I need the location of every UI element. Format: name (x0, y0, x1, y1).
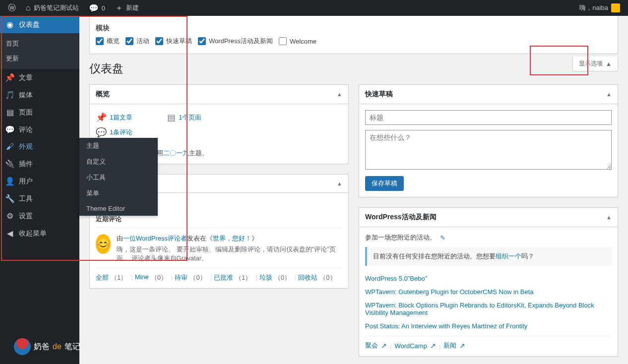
page-title: 仪表盘 (89, 61, 618, 76)
screen-options-heading: 模块 (96, 24, 612, 33)
screen-options-toggle-wrap: 显示选项▲ (572, 57, 618, 71)
submenu-home[interactable]: 首页 (0, 36, 79, 51)
chk-welcome[interactable]: Welcome (279, 37, 316, 46)
submenu-updates[interactable]: 更新 (0, 51, 79, 66)
main-content: 模块 概览 活动 快速草稿 WordPress活动及新闻 Welcome 显示选… (79, 16, 628, 364)
chk-news[interactable]: WordPress活动及新闻 (198, 37, 273, 46)
glance-posts[interactable]: 1篇文章 (110, 113, 132, 122)
organize-link[interactable]: 组织一个 (496, 252, 521, 260)
menu-appearance[interactable]: 🖌外观 (0, 138, 79, 155)
postbox-quickdraft: 快速草稿 ▲ 保存草稿 (359, 84, 618, 197)
external-icon: ↗ (430, 342, 436, 350)
chk-quickdraft[interactable]: 快速草稿 (155, 37, 192, 46)
menu-tools[interactable]: 🔧工具 (0, 190, 79, 207)
comment-filters: 全部（1）| Mine（0）| 待审（0）| 已批准（1）| 垃圾（0）| 回收… (96, 268, 342, 282)
chk-news-input[interactable] (198, 37, 206, 45)
dashboard-icon: ◉ (5, 20, 15, 29)
glance-comments[interactable]: 1条评论 (110, 128, 132, 137)
collapse-menu[interactable]: ◀收起菜单 (0, 225, 79, 242)
comment-content: 由一位WordPress评论者发表在《世界，您好！》 嗨，这是一条评论。 要开始… (117, 234, 342, 263)
filter-trash[interactable]: 回收站 (298, 273, 317, 282)
news-body: 参加一场您附近的活动。 ✎ 目前没有任何安排在您附近的活动。您想要组织一个吗？ … (359, 227, 618, 356)
chk-activity-input[interactable] (126, 37, 133, 45)
menu-settings[interactable]: ⚙设置 (0, 207, 79, 225)
theme-link[interactable]: 二〇一九 (163, 149, 189, 157)
flyout-widgets[interactable]: 小工具 (79, 170, 158, 185)
news-header: WordPress活动及新闻 ▲ (359, 208, 618, 227)
column-left: 概览 ▲ 📌1篇文章 💬1条评论 ▤1个页面 WordPress 5.1.1，使… (89, 84, 349, 357)
flyout-themes[interactable]: 主题 (79, 138, 158, 154)
home-icon: ⌂ (26, 3, 31, 12)
watermark: 奶爸de笔记 (14, 338, 80, 355)
external-icon: ↗ (459, 342, 465, 350)
glance-header: 概览 ▲ (90, 85, 348, 104)
column-right: 快速草稿 ▲ 保存草稿 WordPress活动及新闻 ▲ 参加一场您附近的活动 (359, 84, 618, 357)
news-item[interactable]: Post Status: An Interview with Reyes Mar… (365, 322, 612, 330)
draft-title-input[interactable] (365, 110, 612, 125)
news-item[interactable]: WordPress 5.0"Bebo" (365, 275, 612, 282)
chk-overview[interactable]: 概览 (96, 37, 120, 46)
chk-welcome-input[interactable] (279, 37, 287, 45)
news-title: WordPress活动及新闻 (365, 213, 437, 222)
quickdraft-toggle[interactable]: ▲ (606, 91, 612, 97)
wp-logo[interactable]: ⓦ (4, 0, 20, 16)
pages-icon: ▤ (167, 112, 176, 123)
brush-icon: 🖌 (5, 142, 15, 151)
activity-toggle[interactable]: ▲ (337, 181, 342, 186)
quickdraft-body: 保存草稿 (359, 104, 618, 197)
chk-activity[interactable]: 活动 (126, 37, 149, 46)
comment-post-link[interactable]: 世界，您好！ (213, 235, 251, 242)
events-noresult: 目前没有任何安排在您附近的活动。您想要组织一个吗？ (365, 247, 612, 266)
external-icon: ↗ (381, 342, 387, 350)
flyout-menus[interactable]: 菜单 (79, 185, 158, 201)
glance-toggle[interactable]: ▲ (337, 91, 342, 97)
slider-icon: ⚙ (5, 211, 15, 221)
menu-dashboard[interactable]: ◉仪表盘 (0, 16, 79, 33)
pencil-icon[interactable]: ✎ (440, 234, 445, 242)
menu-posts[interactable]: 📌文章 (0, 69, 79, 86)
footer-wordcamp[interactable]: WordCamp (394, 342, 427, 350)
flyout-editor[interactable]: Theme Editor (79, 201, 158, 216)
save-draft-button[interactable]: 保存草稿 (365, 176, 404, 191)
flyout-customize[interactable]: 自定义 (79, 154, 158, 170)
news-item[interactable]: WPTavern: Gutenberg Plugin for OctoberCM… (365, 288, 612, 296)
comment-body: 嗨，这是一条评论。 要开始审核、编辑及删除评论，请访问仪表盘的"评论"页面。 评… (117, 245, 342, 263)
pin-icon: 📌 (5, 73, 15, 82)
filter-all[interactable]: 全部 (96, 273, 109, 282)
news-item[interactable]: WPTavern: Block Options Plugin Rebrands … (365, 302, 612, 316)
footer-meetups[interactable]: 聚会 (365, 341, 378, 350)
comments-link[interactable]: 💬0 (85, 0, 109, 16)
comments-count: 0 (102, 4, 105, 12)
filter-pending[interactable]: 待审 (175, 273, 188, 282)
menu-comments[interactable]: 💬评论 (0, 121, 79, 138)
footer-news[interactable]: 新闻 (443, 341, 456, 350)
events-row: 参加一场您附近的活动。 ✎ (365, 233, 612, 247)
screen-options-checks: 概览 活动 快速草稿 WordPress活动及新闻 Welcome (96, 37, 612, 46)
admin-bar-left: ⓦ ⌂奶爸笔记测试站 💬0 ＋新建 (4, 0, 143, 16)
site-name-link[interactable]: ⌂奶爸笔记测试站 (22, 0, 83, 16)
submenu-dashboard: 首页 更新 (0, 33, 79, 69)
flyout-appearance: 主题 自定义 小工具 菜单 Theme Editor (79, 138, 158, 216)
filter-spam[interactable]: 垃圾 (259, 273, 272, 282)
menu-users[interactable]: 👤用户 (0, 173, 79, 190)
filter-mine[interactable]: Mine (135, 273, 149, 282)
filter-approved[interactable]: 已批准 (214, 273, 233, 282)
draft-content-input[interactable] (365, 130, 612, 170)
chk-quickdraft-input[interactable] (155, 37, 163, 45)
news-toggle[interactable]: ▲ (606, 214, 612, 220)
screen-options-toggle[interactable]: 显示选项▲ (572, 57, 618, 71)
quickdraft-title: 快速草稿 (365, 90, 393, 99)
menu-plugins[interactable]: 🔌插件 (0, 155, 79, 173)
glance-pages[interactable]: 1个页面 (179, 113, 201, 122)
commenter-link[interactable]: 一位WordPress评论者 (123, 235, 187, 242)
site-name: 奶爸笔记测试站 (34, 3, 79, 12)
chk-overview-input[interactable] (96, 37, 104, 45)
new-content[interactable]: ＋新建 (111, 0, 143, 16)
menu-pages[interactable]: ▤页面 (0, 104, 79, 121)
watermark-icon (14, 338, 31, 355)
comment-item: 😊 由一位WordPress评论者发表在《世界，您好！》 嗨，这是一条评论。 要… (96, 228, 342, 263)
wrench-icon: 🔧 (5, 194, 15, 203)
collapse-icon: ◀ (5, 229, 15, 238)
my-account[interactable]: 嗨，naiba (575, 0, 624, 16)
menu-media[interactable]: 🎵媒体 (0, 86, 79, 104)
